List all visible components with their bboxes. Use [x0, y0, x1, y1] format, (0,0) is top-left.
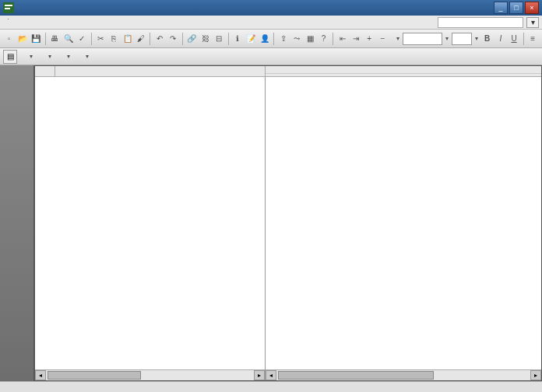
- gantt-chart-area[interactable]: ◂ ▸: [266, 77, 541, 380]
- task-name-column-header[interactable]: [55, 66, 266, 76]
- print-icon[interactable]: 🖶: [49, 32, 61, 46]
- viewbar-toggle-icon[interactable]: ▤: [3, 50, 17, 64]
- viewbar-report[interactable]: [75, 55, 81, 58]
- underline-icon[interactable]: U: [508, 32, 519, 46]
- publish-icon[interactable]: ⇪: [277, 32, 289, 46]
- timescale[interactable]: [266, 66, 541, 76]
- menubar-overflow-button[interactable]: ▾: [526, 17, 539, 28]
- info-icon[interactable]: ℹ: [231, 32, 243, 46]
- outdent-icon[interactable]: ⇤: [336, 32, 348, 46]
- help-search-input[interactable]: [438, 17, 523, 28]
- redo-icon[interactable]: ↷: [167, 32, 179, 46]
- assign-icon[interactable]: 👤: [259, 32, 270, 46]
- gantt-scroll-right-icon[interactable]: ▸: [530, 370, 541, 380]
- undo-icon[interactable]: ↶: [153, 32, 165, 46]
- app-icon: [3, 2, 14, 13]
- menu-window[interactable]: [109, 21, 118, 24]
- menu-edit[interactable]: [34, 21, 44, 24]
- menu-report[interactable]: [90, 21, 100, 24]
- menu-file[interactable]: [16, 16, 34, 28]
- status-bar: [0, 381, 542, 392]
- notes-icon[interactable]: 📝: [245, 32, 257, 46]
- gantt-scroll-left-icon[interactable]: ◂: [266, 370, 276, 380]
- menu-help[interactable]: [118, 21, 128, 24]
- copy-icon[interactable]: ⎘: [108, 32, 120, 46]
- paste-icon[interactable]: 📋: [121, 32, 133, 46]
- view-sidebar: [0, 65, 34, 381]
- font-size-selector[interactable]: [452, 33, 472, 45]
- scroll-left-icon[interactable]: ◂: [35, 370, 46, 380]
- italic-icon[interactable]: I: [494, 32, 506, 46]
- menu-format[interactable]: [62, 21, 72, 24]
- menubar: ▾: [0, 16, 542, 30]
- maximize-button[interactable]: □: [509, 2, 523, 14]
- unlink-icon[interactable]: ⛓: [199, 32, 211, 46]
- save-icon[interactable]: 💾: [30, 32, 42, 46]
- open-icon[interactable]: 📂: [16, 32, 28, 46]
- align-left-icon[interactable]: ≡: [527, 32, 539, 46]
- spelling-icon[interactable]: ✓: [76, 32, 87, 46]
- view-bar: ▤ ▾ ▾ ▾ ▾: [0, 48, 542, 65]
- hide-subtasks-icon[interactable]: −: [377, 32, 389, 46]
- bold-icon[interactable]: B: [481, 32, 493, 46]
- split-icon[interactable]: ⊟: [213, 32, 224, 46]
- table-hscroll[interactable]: ◂ ▸: [35, 369, 265, 380]
- doc-icon: [3, 17, 14, 28]
- font-selector[interactable]: [403, 33, 442, 45]
- id-column-header[interactable]: [35, 66, 55, 76]
- gantt-hscroll[interactable]: ◂ ▸: [266, 369, 541, 380]
- new-icon[interactable]: ▫: [3, 32, 15, 46]
- menu-view[interactable]: [44, 21, 53, 24]
- menu-insert[interactable]: [53, 21, 62, 24]
- viewbar-resources[interactable]: [37, 55, 44, 58]
- menu-collaborate[interactable]: [100, 21, 109, 24]
- show-subtasks-icon[interactable]: +: [364, 32, 375, 46]
- menu-tools[interactable]: [72, 21, 81, 24]
- menu-project[interactable]: [81, 21, 90, 24]
- close-button[interactable]: ×: [525, 2, 539, 14]
- viewbar-track[interactable]: [56, 55, 62, 58]
- minimize-button[interactable]: _: [494, 2, 508, 14]
- print-preview-icon[interactable]: 🔍: [62, 32, 74, 46]
- svg-rect-2: [5, 8, 10, 9]
- scroll-right-icon[interactable]: ▸: [254, 370, 265, 380]
- group-icon[interactable]: ▦: [304, 32, 316, 46]
- svg-rect-1: [5, 5, 12, 6]
- indent-icon[interactable]: ⇥: [350, 32, 361, 46]
- titlebar: _ □ ×: [0, 0, 542, 16]
- link-icon[interactable]: 🔗: [186, 32, 198, 46]
- svg-rect-3: [8, 19, 9, 20]
- format-painter-icon[interactable]: 🖌: [135, 32, 146, 46]
- task-table[interactable]: [35, 77, 265, 369]
- standard-toolbar: ▫ 📂 💾 🖶 🔍 ✓ ✂ ⎘ 📋 🖌 ↶ ↷ 🔗 ⛓ ⊟ ℹ 📝 👤 ⇪ ⤳ …: [0, 30, 542, 48]
- help-icon[interactable]: ?: [318, 32, 329, 46]
- goto-icon[interactable]: ⤳: [290, 32, 302, 46]
- viewbar-tasks[interactable]: [19, 55, 25, 58]
- cut-icon[interactable]: ✂: [94, 32, 106, 46]
